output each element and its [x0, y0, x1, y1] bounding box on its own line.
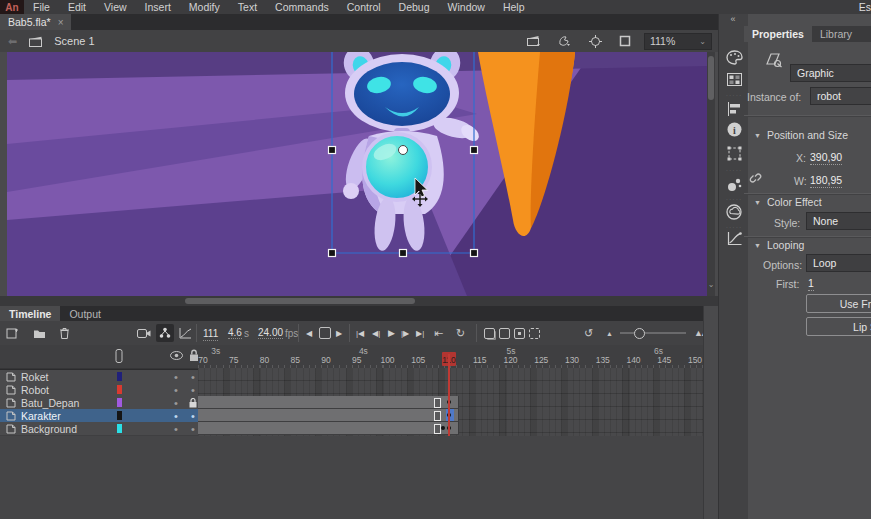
stage-canvas[interactable] — [7, 52, 707, 296]
layer-visibility-dot[interactable]: • — [170, 422, 182, 435]
first-frame-value[interactable]: 1 — [808, 277, 814, 291]
collapse-panels-icon[interactable]: « — [718, 14, 748, 26]
go-to-last-frame-button[interactable]: ▶| — [416, 321, 424, 345]
stage-vertical-scrollbar[interactable]: ⌄ — [707, 52, 715, 296]
new-layer-button[interactable] — [6, 321, 19, 345]
scrollbar-thumb[interactable] — [185, 298, 415, 304]
color-style-dropdown[interactable]: None — [806, 212, 871, 230]
instance-name-field[interactable]: robot — [810, 87, 871, 105]
show-parenting-view-button[interactable] — [156, 324, 174, 342]
step-forward-one-frame-button[interactable]: |▶ — [401, 321, 409, 345]
transform-panel-icon[interactable] — [719, 146, 749, 161]
looping-section-header[interactable]: ▼ Looping — [754, 239, 804, 251]
layer-visibility-dot[interactable]: • — [170, 383, 182, 396]
layer-row-background[interactable]: Background•• — [0, 422, 198, 436]
link-width-height-icon[interactable] — [748, 172, 763, 184]
menu-view[interactable]: View — [95, 1, 136, 13]
delete-layer-button[interactable] — [59, 321, 70, 345]
go-to-first-frame-button[interactable]: |◀ — [356, 321, 364, 345]
layer-visibility-dot[interactable]: • — [170, 409, 182, 422]
step-back-one-frame-button[interactable]: ◀| — [372, 321, 380, 345]
menu-insert[interactable]: Insert — [136, 1, 180, 13]
layer-name[interactable]: Background — [21, 423, 77, 435]
w-value[interactable]: 180,95 — [810, 174, 842, 188]
use-frame-picker-button[interactable]: Use Fra — [806, 294, 871, 313]
edit-symbols-icon[interactable] — [558, 35, 572, 47]
menu-help[interactable]: Help — [494, 1, 534, 13]
timeline-zoom-slider[interactable] — [620, 332, 686, 334]
layer-color-swatch[interactable] — [117, 398, 122, 407]
tab-properties[interactable]: Properties — [744, 26, 812, 42]
symbol-type-dropdown[interactable]: Graphic — [790, 64, 871, 82]
layer-row-robot[interactable]: Robot•• — [0, 383, 198, 397]
step-forward-button[interactable]: ▶ — [336, 321, 342, 345]
layer-name[interactable]: Roket — [21, 371, 48, 383]
loop-playback-button[interactable]: ↻ — [456, 321, 465, 345]
stage-horizontal-scrollbar[interactable] — [0, 296, 718, 306]
new-folder-button[interactable] — [33, 321, 46, 345]
frame-rate-field[interactable]: 24.00 — [258, 327, 283, 339]
cc-libraries-icon[interactable] — [719, 204, 749, 220]
menu-control[interactable]: Control — [338, 1, 390, 13]
swatches-icon[interactable] — [719, 73, 749, 86]
layer-color-swatch[interactable] — [117, 411, 122, 420]
center-frame-button[interactable]: ⇤ — [434, 321, 443, 345]
layer-row-batu_depan[interactable]: Batu_Depan• — [0, 396, 198, 410]
position-size-section-header[interactable]: ▼ Position and Size — [754, 129, 848, 141]
stage-zoom-select[interactable]: 111% ⌄ — [644, 33, 712, 50]
layer-color-swatch[interactable] — [117, 385, 122, 394]
workspace-switcher-button[interactable]: Es — [855, 0, 871, 14]
tab-output[interactable]: Output — [60, 306, 110, 321]
close-tab-icon[interactable]: × — [58, 17, 64, 28]
animate-logo[interactable]: An — [0, 0, 24, 14]
layer-color-swatch[interactable] — [117, 372, 122, 381]
menu-modify[interactable]: Modify — [180, 1, 229, 13]
menu-text[interactable]: Text — [229, 1, 266, 13]
menu-debug[interactable]: Debug — [390, 1, 439, 13]
camera-button[interactable] — [137, 321, 151, 345]
menu-commands[interactable]: Commands — [266, 1, 338, 13]
visibility-column-eye-icon[interactable] — [170, 351, 183, 360]
align-panel-icon[interactable] — [719, 102, 749, 116]
tab-timeline[interactable]: Timeline — [0, 306, 60, 321]
menu-edit[interactable]: Edit — [59, 1, 95, 13]
layer-color-swatch[interactable] — [117, 424, 122, 433]
graph-editor-button[interactable] — [179, 321, 192, 345]
edit-scene-icon[interactable] — [527, 35, 541, 47]
layer-row-roket[interactable]: Roket•• — [0, 370, 198, 384]
brush-library-icon[interactable] — [719, 177, 749, 192]
timeline-ruler[interactable]: 3s4s5s6s70758085909510010511011512012513… — [198, 345, 703, 369]
play-button[interactable]: ▶ — [388, 321, 395, 345]
lip-syncing-button[interactable]: Lip S — [806, 317, 871, 336]
menu-window[interactable]: Window — [439, 1, 494, 13]
reset-timeline-zoom-button[interactable]: ↺ — [584, 321, 593, 345]
loop-options-dropdown[interactable]: Loop — [806, 254, 871, 272]
x-value[interactable]: 390,90 — [810, 151, 842, 165]
elapsed-time-field[interactable]: 4.6 — [228, 327, 242, 339]
document-tab[interactable]: Bab5.fla* × — [0, 14, 71, 30]
layer-row-karakter[interactable]: Karakter•• — [0, 409, 198, 423]
color-effect-section-header[interactable]: ▼ Color Effect — [754, 196, 822, 208]
layer-name[interactable]: Robot — [21, 384, 49, 396]
clip-content-icon[interactable] — [619, 35, 631, 47]
layer-visibility-dot[interactable]: • — [170, 370, 182, 383]
back-arrow-icon[interactable]: ⬅ — [0, 35, 25, 48]
scene-name[interactable]: Scene 1 — [54, 35, 94, 47]
color-palette-icon[interactable] — [719, 50, 749, 65]
timeline-frames-area[interactable] — [198, 368, 703, 436]
timeline-zoom-knob[interactable] — [634, 328, 645, 339]
layer-name[interactable]: Karakter — [21, 410, 61, 422]
zoom-out-frames-icon[interactable]: ▲ — [606, 321, 613, 345]
scrollbar-down-arrow-icon[interactable]: ⌄ — [707, 280, 715, 289]
info-panel-icon[interactable]: i — [719, 122, 749, 137]
scrollbar-thumb[interactable] — [708, 56, 714, 100]
motion-editor-icon[interactable] — [719, 232, 749, 246]
modify-markers-button[interactable] — [529, 321, 546, 345]
layer-visibility-dot[interactable]: • — [170, 396, 182, 409]
step-back-button[interactable]: ◀ — [306, 321, 312, 345]
tab-library[interactable]: Library — [812, 26, 860, 42]
layer-name[interactable]: Batu_Depan — [21, 397, 79, 409]
current-frame-field[interactable]: 111 — [203, 326, 218, 341]
menu-file[interactable]: File — [24, 1, 59, 13]
center-stage-icon[interactable] — [589, 35, 602, 48]
